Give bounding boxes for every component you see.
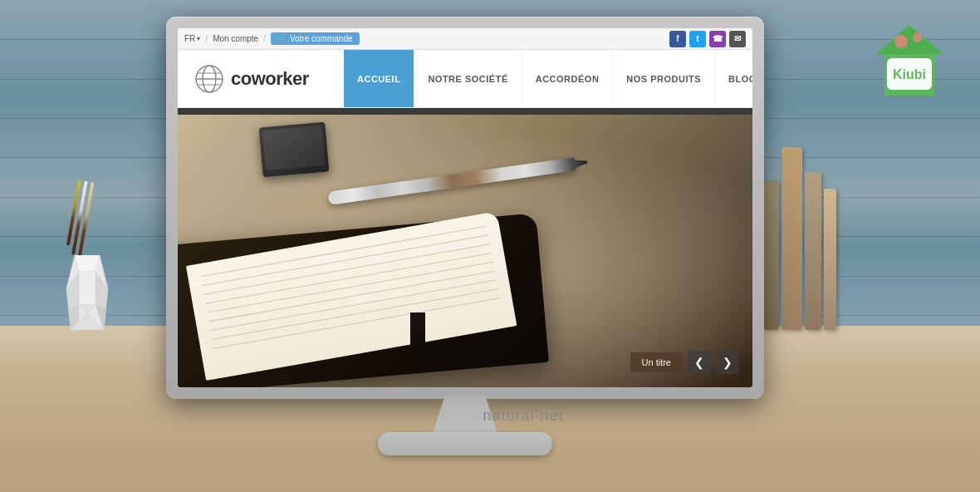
vase (62, 255, 112, 330)
svg-text:Kiubi: Kiubi (893, 67, 926, 81)
nav-items: ACCUEIL NOTRE SOCIÉTÉ ACCORDÉON NOS PROD… (344, 50, 752, 107)
hero-prev-button[interactable]: ❮ (688, 351, 711, 374)
facebook-icon[interactable]: f (669, 31, 686, 47)
logo[interactable]: coworker (178, 64, 344, 94)
monitor-stand-base (378, 432, 552, 455)
nav-item-accueil[interactable]: ACCUEIL (344, 50, 414, 107)
monitor-screen: FR ▾ / Mon compte / 🛒 Votre commande (178, 28, 752, 387)
navigation: coworker ACCUEIL NOTRE SOCIÉTÉ ACCORDÉON (178, 50, 752, 108)
nav-item-blog[interactable]: BLOG (715, 50, 752, 107)
nav-item-nos-produits[interactable]: NOS PRODUITS (613, 50, 715, 107)
notebook-lines (200, 225, 503, 370)
kiubi-badge[interactable]: Kiubi (864, 17, 955, 108)
twitter-icon[interactable]: t (689, 31, 706, 47)
monitor: FR ▾ / Mon compte / 🛒 Votre commande (166, 17, 797, 457)
logo-text-bold: worker (252, 68, 309, 89)
cart-icon: 🛒 (277, 35, 287, 43)
notebook-prop (178, 213, 549, 387)
phone-icon[interactable]: ☎ (709, 31, 726, 47)
topbar: FR ▾ / Mon compte / 🛒 Votre commande (178, 28, 752, 50)
votre-commande-button[interactable]: 🛒 Votre commande (271, 32, 360, 45)
bookmark-prop (410, 312, 425, 362)
lang-label: FR (184, 34, 195, 43)
pen-tip (571, 157, 588, 170)
website: FR ▾ / Mon compte / 🛒 Votre commande (178, 28, 752, 387)
mail-icon[interactable]: ✉ (729, 31, 746, 47)
language-selector[interactable]: FR ▾ (184, 34, 200, 43)
notebook-pages (186, 211, 517, 381)
tablet-screen (262, 125, 326, 170)
logo-text: coworker (231, 68, 309, 90)
topbar-left: FR ▾ / Mon compte / 🛒 Votre commande (184, 32, 360, 45)
tablet-prop (259, 122, 330, 178)
nav-item-notre-societe[interactable]: NOTRE SOCIÉTÉ (414, 50, 522, 107)
lang-chevron: ▾ (197, 35, 200, 42)
nav-item-accordeon[interactable]: ACCORDÉON (522, 50, 614, 107)
logo-globe-icon (194, 64, 224, 94)
svg-marker-4 (79, 272, 96, 305)
svg-marker-14 (876, 25, 943, 54)
monitor-body: FR ▾ / Mon compte / 🛒 Votre commande (166, 17, 764, 399)
hero-section: Un titre ❮ ❯ (178, 108, 752, 387)
separator-1: / (205, 34, 208, 43)
hero-caption: Un titre ❮ ❯ (630, 351, 739, 374)
hero-background (178, 108, 752, 387)
topbar-social: f t ☎ ✉ (669, 31, 746, 47)
monitor-brand-label: natural-net (448, 407, 598, 425)
kiubi-logo-svg: Kiubi (864, 17, 955, 108)
hero-next-button[interactable]: ❯ (716, 351, 739, 374)
pen-prop (327, 157, 576, 205)
votre-commande-label: Votre commande (290, 34, 353, 43)
book-5 (824, 189, 836, 330)
hero-top-strip (178, 108, 752, 115)
svg-point-17 (913, 32, 923, 42)
separator-2: / (263, 34, 266, 43)
caption-label: Un titre (630, 352, 683, 372)
logo-text-light: co (231, 68, 252, 89)
mon-compte-link[interactable]: Mon compte (213, 34, 258, 43)
book-4 (805, 172, 821, 330)
svg-marker-1 (75, 255, 100, 272)
svg-point-16 (894, 35, 908, 48)
